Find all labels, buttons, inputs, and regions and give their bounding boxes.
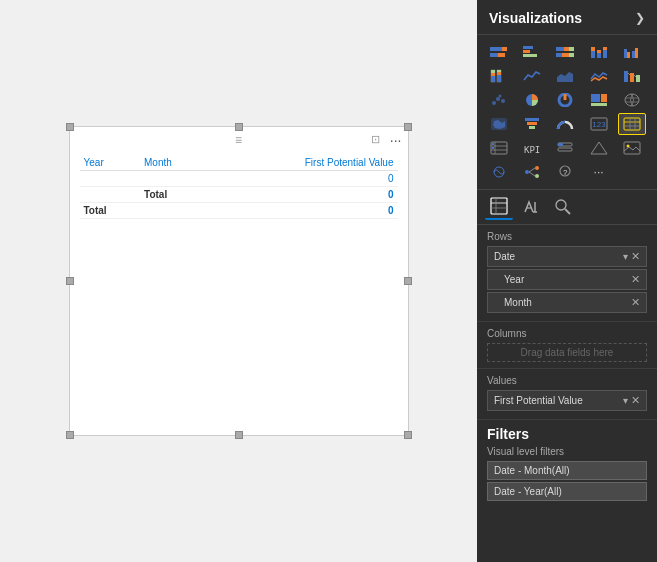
visual-header: ··· — [390, 133, 402, 147]
field-year-close-icon[interactable]: ✕ — [631, 273, 640, 286]
svg-rect-15 — [597, 53, 601, 58]
svg-text:123: 123 — [592, 120, 606, 129]
svg-rect-7 — [556, 47, 564, 51]
svg-rect-26 — [491, 70, 495, 73]
svg-marker-31 — [557, 72, 573, 82]
viz-donut-btn[interactable] — [551, 89, 579, 111]
viz-100-col-btn[interactable] — [485, 65, 513, 87]
table-visual[interactable]: ≡ ⊡ ··· Year Month First Potential Value — [69, 126, 409, 436]
field-fpv-dropdown-icon[interactable]: ▾ — [623, 395, 628, 406]
resize-handle-bc[interactable] — [235, 431, 243, 439]
drag-handle-icon: ≡ — [235, 133, 242, 147]
svg-rect-42 — [601, 94, 607, 102]
svg-rect-13 — [591, 51, 595, 58]
resize-handle-br[interactable] — [404, 431, 412, 439]
table-row: Total 0 — [80, 187, 398, 203]
resize-handle-tl[interactable] — [66, 123, 74, 131]
table-row: 0 — [80, 171, 398, 187]
panel-chevron-icon[interactable]: ❯ — [635, 11, 645, 25]
svg-rect-9 — [569, 47, 574, 51]
viz-stacked-bar-btn[interactable] — [485, 41, 513, 63]
viz-kpi-btn[interactable]: KPI — [518, 137, 546, 159]
svg-rect-33 — [630, 73, 634, 82]
tab-analytics[interactable] — [549, 194, 577, 220]
rows-section: Rows Date ▾ ✕ Year ✕ Month ✕ — [477, 225, 657, 322]
resize-handle-bl[interactable] — [66, 431, 74, 439]
viz-gauge-btn[interactable] — [551, 113, 579, 135]
viz-card-btn[interactable]: 123 — [585, 113, 613, 135]
data-table: Year Month First Potential Value 0 Total — [80, 155, 398, 219]
cell-year — [80, 171, 141, 187]
tab-fields[interactable] — [485, 194, 513, 220]
filter-date-year[interactable]: Date - Year(All) — [487, 482, 647, 501]
viz-area-btn[interactable] — [551, 65, 579, 87]
field-date-close-icon[interactable]: ✕ — [631, 250, 640, 263]
more-options-icon[interactable]: ··· — [390, 133, 402, 147]
svg-rect-24 — [491, 76, 495, 82]
viz-treemap-btn[interactable] — [585, 89, 613, 111]
resize-handle-tr[interactable] — [404, 123, 412, 131]
viz-matrix-btn[interactable] — [485, 137, 513, 159]
field-first-potential-value[interactable]: First Potential Value ▾ ✕ — [487, 390, 647, 411]
filters-section: Filters Visual level filters Date - Mont… — [477, 420, 657, 509]
viz-filled-map-btn[interactable] — [485, 113, 513, 135]
viz-qa-btn[interactable]: ? — [551, 161, 579, 183]
viz-line-btn[interactable] — [518, 65, 546, 87]
columns-label: Columns — [487, 328, 647, 339]
table-total-row: Total 0 — [80, 203, 398, 219]
viz-100-bar-btn[interactable] — [551, 41, 579, 63]
svg-line-87 — [565, 209, 570, 214]
resize-handle-mr[interactable] — [404, 277, 412, 285]
field-month-name: Month — [504, 297, 628, 308]
viz-image-btn[interactable] — [618, 137, 646, 159]
panel-header: Visualizations ❯ — [477, 0, 657, 35]
resize-handle-tc[interactable] — [235, 123, 243, 131]
viz-clustered-bar-btn[interactable] — [518, 41, 546, 63]
viz-pie-btn[interactable] — [518, 89, 546, 111]
svg-rect-61 — [492, 143, 494, 145]
right-panel: Visualizations ❯ — [477, 0, 657, 562]
field-month-close-icon[interactable]: ✕ — [631, 296, 640, 309]
viz-shape-btn[interactable] — [585, 137, 613, 159]
field-fpv-name: First Potential Value — [494, 395, 621, 406]
field-date[interactable]: Date ▾ ✕ — [487, 246, 647, 267]
svg-line-75 — [529, 172, 535, 176]
field-date-dropdown-icon[interactable]: ▾ — [623, 251, 628, 262]
viz-table-btn[interactable] — [618, 113, 646, 135]
viz-ai-btn[interactable] — [485, 161, 513, 183]
svg-rect-22 — [635, 48, 638, 58]
svg-rect-48 — [529, 126, 535, 129]
cell-month: Total — [140, 187, 210, 203]
viz-more-btn[interactable]: ··· — [585, 161, 613, 183]
resize-handle-ml[interactable] — [66, 277, 74, 285]
svg-rect-46 — [525, 118, 539, 121]
cell-value: 0 — [210, 187, 398, 203]
viz-decomp-btn[interactable] — [518, 161, 546, 183]
viz-clustered-col-btn[interactable] — [618, 41, 646, 63]
filter-date-month[interactable]: Date - Month(All) — [487, 461, 647, 480]
field-fpv-close-icon[interactable]: ✕ — [631, 394, 640, 407]
expand-icon[interactable]: ⊡ — [371, 133, 380, 146]
tab-format[interactable] — [517, 194, 545, 220]
svg-rect-20 — [627, 52, 630, 58]
viz-stacked-col-btn[interactable] — [585, 41, 613, 63]
rows-label: Rows — [487, 231, 647, 242]
svg-rect-52 — [624, 118, 640, 130]
field-month[interactable]: Month ✕ — [487, 292, 647, 313]
svg-point-86 — [556, 200, 566, 210]
viz-ribbon-btn[interactable] — [618, 65, 646, 87]
viz-map-btn[interactable] — [618, 89, 646, 111]
svg-rect-29 — [497, 72, 501, 75]
viz-slicer-btn[interactable] — [551, 137, 579, 159]
field-year[interactable]: Year ✕ — [487, 269, 647, 290]
viz-funnel-btn[interactable] — [518, 113, 546, 135]
viz-line-cluster-btn[interactable] — [585, 65, 613, 87]
svg-rect-6 — [523, 54, 537, 57]
svg-text:KPI: KPI — [524, 145, 540, 155]
svg-rect-30 — [497, 70, 501, 72]
svg-rect-25 — [491, 73, 495, 76]
cell-month — [140, 171, 210, 187]
viz-scatter-btn[interactable] — [485, 89, 513, 111]
svg-rect-8 — [564, 47, 569, 51]
svg-rect-66 — [558, 143, 563, 146]
